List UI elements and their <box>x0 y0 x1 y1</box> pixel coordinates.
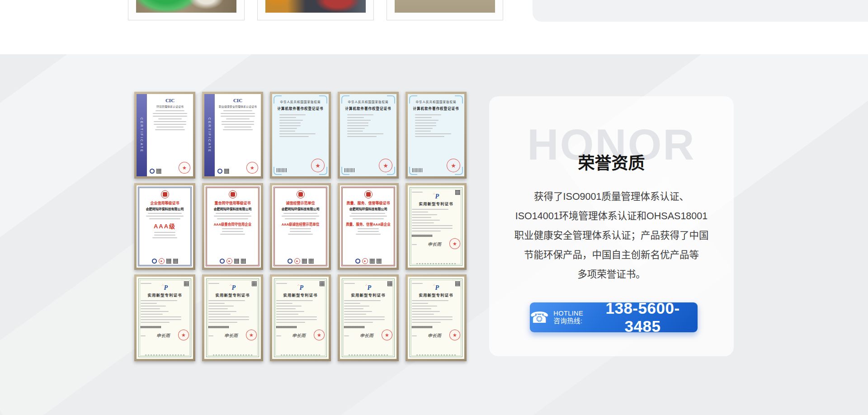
cic-certificate-band: CERTIFICATE <box>137 94 147 176</box>
hotline-label-en: HOTLINE <box>553 310 583 317</box>
star-stamp-icon: ★ <box>226 258 232 264</box>
red-seal-icon: ★ <box>179 162 190 174</box>
certificate-title: 环境管理体系认证证书 <box>156 104 184 108</box>
cnipa-logo-icon: ∴P <box>412 283 460 292</box>
project-photo-card-3[interactable] <box>387 0 503 20</box>
project-photo-card-1[interactable] <box>128 0 245 20</box>
certificate-item[interactable]: 重合同守信用等级证书 合肥珂玛环保科技有限公司 AAA级重合同守信用企业 ★ <box>202 183 263 270</box>
certificate-title: 实用新型专利证书 <box>412 292 460 297</box>
description-line: 职业健康安全管理体系认证；产品获得了中国 <box>504 226 719 245</box>
certificate-item[interactable]: 中华人民共和国国家版权局 计算机软件著作权登记证书 ★ <box>406 92 467 179</box>
corner-flourish-icon <box>387 95 395 104</box>
signature: 申长雨 <box>428 241 441 247</box>
red-star-seal-icon: ★ <box>447 159 460 172</box>
green-flourish-icon <box>416 263 456 264</box>
concrete-pit-photo <box>395 0 495 13</box>
certificates-grid: CERTIFICATE CIC 环境管理体系认证证书 ★ CERTIFICATE… <box>134 92 467 361</box>
description-line: 获得了ISO9001质量管理体系认证、 <box>504 187 719 207</box>
certificate-item[interactable]: ∴P 实用新型专利证书 申长雨 ★ <box>406 274 467 361</box>
certificate-title: 实用新型专利证书 <box>344 292 392 297</box>
qr-code-icon <box>320 281 325 286</box>
certificate-item[interactable]: ∴P 实用新型专利证书 申长雨 ★ <box>270 274 331 361</box>
qr-code-icon <box>309 259 314 264</box>
signature: 申长雨 <box>360 332 373 339</box>
excavation-photo <box>136 0 236 13</box>
hotline-button[interactable]: ☎ HOTLINE 咨询热线: 138-5600-3485 <box>530 302 698 332</box>
corner-flourish-icon <box>341 95 349 104</box>
red-emblem-icon <box>297 190 305 198</box>
green-flourish-icon <box>416 354 456 356</box>
certificate-title: 职业健康安全管理体系认证证书 <box>219 104 257 108</box>
cnipa-logo-icon: ∴P <box>412 192 460 200</box>
corner-flourish-icon <box>274 95 282 104</box>
qr-code-icon <box>166 259 171 264</box>
barcode-icon <box>208 326 229 328</box>
ornate-border <box>274 187 327 266</box>
corner-flourish-icon <box>409 95 417 104</box>
red-star-seal-icon: ★ <box>379 159 392 172</box>
certificate-title: 实用新型专利证书 <box>412 201 460 206</box>
phone-icon: ☎ <box>530 310 549 325</box>
signature: 申长雨 <box>292 332 306 339</box>
certification-mark-icon <box>152 259 157 264</box>
red-seal-icon: ★ <box>449 330 460 340</box>
issuing-authority: 中华人民共和国国家版权局 <box>276 99 325 104</box>
hotline-number: 138-5600-3485 <box>588 299 698 335</box>
qr-code-icon <box>234 259 239 264</box>
cic-mark-icon <box>217 169 222 174</box>
barcode-icon <box>344 326 365 328</box>
green-flourish-icon <box>145 354 185 356</box>
certificate-item[interactable]: 企业信用等级证书 合肥珂玛环保科技有限公司 AAA级 ★ <box>134 183 195 270</box>
certificate-item[interactable]: 质量、服务、信誉等级证书 合肥珂玛环保科技有限公司 质量、服务、信誉AAA级企业… <box>338 183 399 270</box>
hotline-labels: HOTLINE 咨询热线: <box>553 310 583 325</box>
cic-mark-icon <box>150 169 155 174</box>
corner-flourish-icon <box>319 95 327 104</box>
certificate-title: 企业信用等级证书 <box>141 200 189 205</box>
star-stamp-icon: ★ <box>294 258 300 264</box>
certificate-item[interactable]: ∴P 实用新型专利证书 申长雨 ★ <box>202 274 263 361</box>
qr-code-icon <box>455 190 460 195</box>
award-grade: AAA级诚信经营示范单位 <box>276 222 325 226</box>
red-seal-icon: ★ <box>314 330 325 340</box>
red-seal-icon: ★ <box>449 238 460 249</box>
barcode-icon <box>412 235 433 237</box>
certificate-title: 计算机软件著作权登记证书 <box>411 106 461 111</box>
certificate-item[interactable]: 中华人民共和国国家版权局 计算机软件著作权登记证书 ★ <box>338 92 399 179</box>
qr-code-icon <box>184 281 189 286</box>
certificate-item[interactable]: ∴P 实用新型专利证书 申长雨 ★ <box>134 274 195 361</box>
company-name: 合肥珂玛环保科技有限公司 <box>276 207 325 211</box>
red-emblem-icon <box>229 190 237 198</box>
description-line: 节能环保产品，中国自主创新名优产品等 <box>504 245 719 265</box>
cnipa-logo-icon: ∴P <box>344 283 392 292</box>
certificate-item[interactable]: 中华人民共和国国家版权局 计算机软件著作权登记证书 ★ <box>270 92 331 179</box>
ornate-border <box>206 187 259 266</box>
qr-code-icon <box>224 169 229 174</box>
cic-certificate-band: CERTIFICATE <box>204 94 215 176</box>
star-stamp-icon: ★ <box>362 258 368 264</box>
certificate-item[interactable]: CERTIFICATE CIC 职业健康安全管理体系认证证书 ★ <box>202 92 263 179</box>
corner-flourish-icon <box>455 95 463 104</box>
qr-code-icon <box>156 169 161 174</box>
certificate-item[interactable]: CERTIFICATE CIC 环境管理体系认证证书 ★ <box>134 92 195 179</box>
certificate-item[interactable]: ∴P 实用新型专利证书 申长雨 ★ <box>338 274 399 361</box>
cic-logo: CIC <box>165 98 175 103</box>
certificate-title: 实用新型专利证书 <box>276 292 325 297</box>
green-flourish-icon <box>213 354 253 356</box>
barcode-icon <box>344 168 354 172</box>
certification-mark-icon <box>288 259 292 264</box>
certificate-title: 实用新型专利证书 <box>208 292 257 297</box>
honor-description: 获得了ISO9001质量管理体系认证、 ISO14001环境管理体系认证和OHS… <box>504 187 719 284</box>
award-grade: AAA级重合同守信用企业 <box>208 222 257 226</box>
certificate-item[interactable]: 诚信经营示范单位 合肥珂玛环保科技有限公司 AAA级诚信经营示范单位 ★ <box>270 183 331 270</box>
certificate-title: 实用新型专利证书 <box>141 292 189 297</box>
qr-code-icon <box>252 281 257 286</box>
red-emblem-icon <box>161 190 169 198</box>
certificate-item[interactable]: ∴P 实用新型专利证书 申长雨 ★ <box>406 183 467 270</box>
certificate-title: 计算机软件著作权登记证书 <box>276 106 325 111</box>
page: CERTIFICATE CIC 环境管理体系认证证书 ★ CERTIFICATE… <box>0 0 868 415</box>
project-photo-card-2[interactable] <box>257 0 374 20</box>
red-seal-icon: ★ <box>246 330 257 340</box>
certificate-title: 质量、服务、信誉等级证书 <box>344 200 392 205</box>
ornate-border <box>341 187 395 266</box>
qr-code-icon <box>455 281 460 286</box>
